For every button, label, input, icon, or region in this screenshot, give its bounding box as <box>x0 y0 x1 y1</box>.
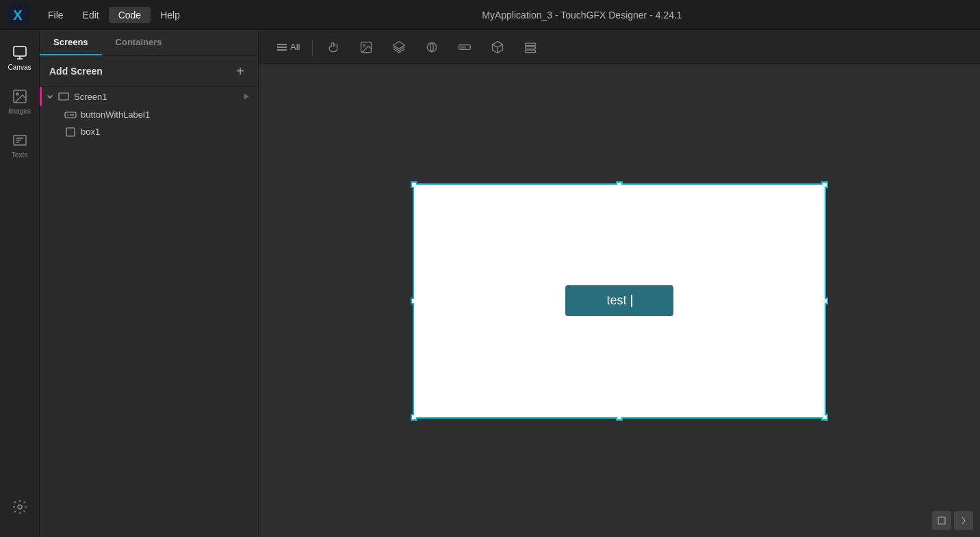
sidebar-images[interactable]: Images <box>3 81 37 122</box>
menu-file[interactable]: File <box>38 7 73 23</box>
toolbar-all-button[interactable]: All <box>270 35 307 60</box>
sidebar-settings[interactable] <box>3 486 37 527</box>
svg-rect-31 <box>526 47 536 49</box>
svg-rect-26 <box>461 46 466 48</box>
toolbar-separator-1 <box>312 39 313 55</box>
text-cursor <box>631 295 632 307</box>
screens-panel: Screens Containers Add Screen + Screen1 <box>40 30 259 537</box>
svg-rect-33 <box>938 517 945 524</box>
screen1-name: Screen1 <box>74 92 240 102</box>
toolbar-stack-button[interactable] <box>515 35 545 60</box>
tree-item-box1[interactable]: box1 <box>40 123 258 140</box>
canvas-viewport[interactable]: test <box>259 64 980 537</box>
canvas-button-label: test <box>606 293 626 307</box>
sidebar-bottom <box>3 486 37 530</box>
screen-canvas: test <box>414 185 825 417</box>
toolbar-interaction-button[interactable] <box>318 35 348 60</box>
widget-toolbar: All <box>259 30 980 64</box>
svg-rect-30 <box>526 43 536 45</box>
button-name: buttonWithLabel1 <box>81 109 253 120</box>
svg-rect-12 <box>59 93 68 100</box>
app-title: MyApplication_3 - TouchGFX Designer - 4.… <box>190 10 975 21</box>
menu-help[interactable]: Help <box>151 7 190 23</box>
sidebar-texts[interactable]: Texts <box>3 125 37 166</box>
svg-point-24 <box>428 42 437 51</box>
toolbar-shape-button[interactable] <box>417 35 447 60</box>
svg-point-22 <box>363 44 365 46</box>
canvas-area: All <box>259 30 980 537</box>
svg-rect-32 <box>526 50 536 52</box>
button-icon <box>64 110 77 120</box>
menu-edit[interactable]: Edit <box>73 7 109 23</box>
sidebar-texts-label: Texts <box>12 151 27 159</box>
app-logo: X <box>5 3 30 27</box>
canvas-test-button[interactable]: test <box>565 285 673 316</box>
screen-canvas-wrapper: test <box>414 185 825 417</box>
sidebar-images-label: Images <box>8 107 31 115</box>
svg-point-6 <box>16 93 18 95</box>
menu-code[interactable]: Code <box>109 7 151 23</box>
toolbar-image-button[interactable] <box>351 35 381 60</box>
tab-screens[interactable]: Screens <box>40 30 102 55</box>
corner-btn-2[interactable] <box>954 511 973 530</box>
svg-line-28 <box>493 44 498 47</box>
chevron-down-icon <box>45 92 55 101</box>
tree-item-button[interactable]: buttonWithLabel1 <box>40 106 258 123</box>
add-screen-label: Add Screen <box>49 66 103 77</box>
left-sidebar: Canvas Images Texts <box>0 30 40 537</box>
svg-marker-13 <box>244 94 249 99</box>
add-screen-button[interactable]: + <box>232 63 248 79</box>
svg-rect-17 <box>66 128 75 136</box>
svg-point-11 <box>18 505 22 509</box>
toolbar-layers-button[interactable] <box>384 35 414 60</box>
toolbar-3d-button[interactable] <box>482 35 513 60</box>
svg-text:X: X <box>13 8 23 23</box>
tree-item-screen1[interactable]: Screen1 <box>40 87 258 106</box>
bottom-corner <box>932 511 973 530</box>
active-accent <box>40 87 42 106</box>
svg-rect-2 <box>14 47 26 56</box>
menu-bar: X File Edit Code Help MyApplication_3 - … <box>0 0 980 30</box>
sidebar-canvas-label: Canvas <box>8 64 31 71</box>
add-screen-row: Add Screen + <box>40 56 258 87</box>
box-icon <box>64 127 77 137</box>
screen-icon <box>57 92 70 101</box>
toolbar-progress-button[interactable] <box>450 35 480 60</box>
corner-btn-1[interactable] <box>932 511 951 530</box>
main-layout: Canvas Images Texts <box>0 30 980 537</box>
sidebar-canvas[interactable]: Canvas <box>3 37 37 78</box>
play-button[interactable] <box>240 90 253 103</box>
toolbar-all-label: All <box>290 42 300 52</box>
tab-containers[interactable]: Containers <box>102 30 176 55</box>
svg-line-29 <box>498 44 503 47</box>
box1-name: box1 <box>81 127 253 137</box>
screens-tabs: Screens Containers <box>40 30 258 56</box>
